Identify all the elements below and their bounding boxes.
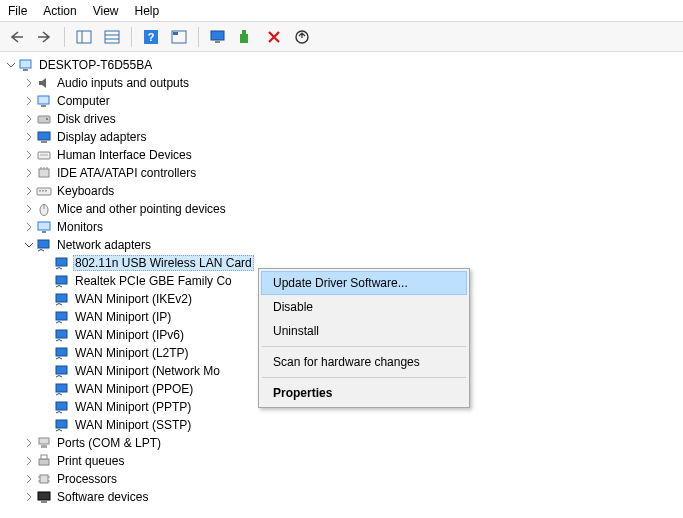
expand-icon[interactable]	[22, 168, 36, 178]
tree-item-display[interactable]: Display adapters	[0, 128, 683, 146]
expand-icon[interactable]	[22, 204, 36, 214]
svg-rect-51	[40, 475, 48, 483]
svg-rect-45	[56, 402, 67, 410]
expand-icon[interactable]	[22, 78, 36, 88]
adapter-label: WAN Miniport (SSTP)	[73, 418, 193, 432]
svg-rect-10	[215, 41, 220, 43]
help-icon: ?	[143, 29, 159, 45]
menu-help[interactable]: Help	[135, 4, 160, 18]
expand-icon[interactable]	[22, 222, 36, 232]
expand-icon[interactable]	[22, 474, 36, 484]
tree-label: Computer	[55, 94, 112, 108]
uninstall-button[interactable]	[263, 26, 285, 48]
tree-item-ide[interactable]: IDE ATA/ATAPI controllers	[0, 164, 683, 182]
tree-item-audio[interactable]: Audio inputs and outputs	[0, 74, 683, 92]
tree-item-keyboards[interactable]: Keyboards	[0, 182, 683, 200]
tree-item-hid[interactable]: Human Interface Devices	[0, 146, 683, 164]
svg-rect-2	[105, 31, 119, 43]
ctx-uninstall[interactable]: Uninstall	[261, 319, 467, 343]
toolbar-separator	[198, 27, 199, 47]
root-label: DESKTOP-T6D55BA	[37, 58, 154, 72]
network-icon	[36, 237, 52, 253]
network-adapter-icon	[54, 309, 70, 325]
ctx-properties[interactable]: Properties	[261, 381, 467, 405]
menu-view[interactable]: View	[93, 4, 119, 18]
svg-rect-16	[38, 96, 49, 104]
expand-icon[interactable]	[22, 492, 36, 502]
adapter-label: WAN Miniport (IP)	[73, 310, 173, 324]
menu-file[interactable]: File	[8, 4, 27, 18]
forward-button[interactable]	[34, 26, 56, 48]
svg-rect-18	[38, 116, 50, 123]
software-icon	[36, 489, 52, 505]
ctx-scan-hardware[interactable]: Scan for hardware changes	[261, 350, 467, 374]
ports-icon	[36, 435, 52, 451]
tree-item-software[interactable]: Software devices	[0, 488, 683, 506]
expand-icon[interactable]	[22, 186, 36, 196]
svg-rect-50	[41, 455, 47, 459]
network-adapter-icon	[54, 399, 70, 415]
svg-rect-20	[38, 132, 50, 140]
tree-item-printqueues[interactable]: Print queues	[0, 452, 683, 470]
adapter-label: WAN Miniport (Network Mo	[73, 364, 222, 378]
svg-point-19	[46, 118, 48, 120]
properties-button[interactable]	[101, 26, 123, 48]
tree-label: Human Interface Devices	[55, 148, 194, 162]
tree-label: Print queues	[55, 454, 126, 468]
svg-rect-9	[211, 31, 224, 40]
computer-icon	[18, 57, 34, 73]
tree-label: IDE ATA/ATAPI controllers	[55, 166, 198, 180]
ctx-disable[interactable]: Disable	[261, 295, 467, 319]
adapter-label: WAN Miniport (IKEv2)	[73, 292, 194, 306]
update-circle-icon	[294, 29, 310, 45]
action-pane-button[interactable]	[168, 26, 190, 48]
tree-label: Software devices	[55, 490, 150, 504]
help-button[interactable]: ?	[140, 26, 162, 48]
expand-icon[interactable]	[22, 114, 36, 124]
back-button[interactable]	[6, 26, 28, 48]
keyboard-icon	[36, 183, 52, 199]
tree-item-mice[interactable]: Mice and other pointing devices	[0, 200, 683, 218]
tree-item-processors[interactable]: Processors	[0, 470, 683, 488]
collapse-icon[interactable]	[22, 240, 36, 250]
network-adapter-icon	[54, 345, 70, 361]
collapse-icon[interactable]	[4, 60, 18, 70]
tree-item-computer[interactable]: Computer	[0, 92, 683, 110]
svg-rect-46	[56, 420, 67, 428]
svg-rect-30	[42, 190, 44, 192]
tree-item-disk[interactable]: Disk drives	[0, 110, 683, 128]
svg-rect-47	[39, 438, 49, 444]
svg-rect-39	[56, 294, 67, 302]
tree-label: Ports (COM & LPT)	[55, 436, 163, 450]
ctx-separator	[262, 346, 466, 347]
tree-item-monitors[interactable]: Monitors	[0, 218, 683, 236]
ctx-update-driver[interactable]: Update Driver Software...	[261, 271, 467, 295]
network-adapter-icon	[54, 255, 70, 271]
svg-rect-41	[56, 330, 67, 338]
expand-icon[interactable]	[22, 150, 36, 160]
network-adapter-icon	[54, 327, 70, 343]
show-hide-tree-button[interactable]	[73, 26, 95, 48]
svg-rect-35	[42, 231, 46, 233]
expand-icon[interactable]	[22, 96, 36, 106]
expand-icon[interactable]	[22, 456, 36, 466]
expand-icon[interactable]	[22, 132, 36, 142]
tree-item-ports[interactable]: Ports (COM & LPT)	[0, 434, 683, 452]
svg-rect-31	[45, 190, 47, 192]
tree-label: Audio inputs and outputs	[55, 76, 191, 90]
tree-item-adapter[interactable]: WAN Miniport (SSTP)	[0, 416, 683, 434]
expand-icon[interactable]	[22, 438, 36, 448]
context-menu: Update Driver Software... Disable Uninst…	[258, 268, 470, 408]
tree-root[interactable]: DESKTOP-T6D55BA	[0, 56, 683, 74]
svg-rect-34	[38, 222, 50, 230]
scan-hardware-button[interactable]	[207, 26, 229, 48]
update-driver-button[interactable]	[291, 26, 313, 48]
audio-icon	[36, 75, 52, 91]
add-legacy-button[interactable]	[235, 26, 257, 48]
tree-label: Processors	[55, 472, 119, 486]
ctx-separator	[262, 377, 466, 378]
tree-item-network[interactable]: Network adapters	[0, 236, 683, 254]
svg-rect-49	[39, 459, 49, 465]
svg-rect-38	[56, 276, 67, 284]
menu-action[interactable]: Action	[43, 4, 76, 18]
